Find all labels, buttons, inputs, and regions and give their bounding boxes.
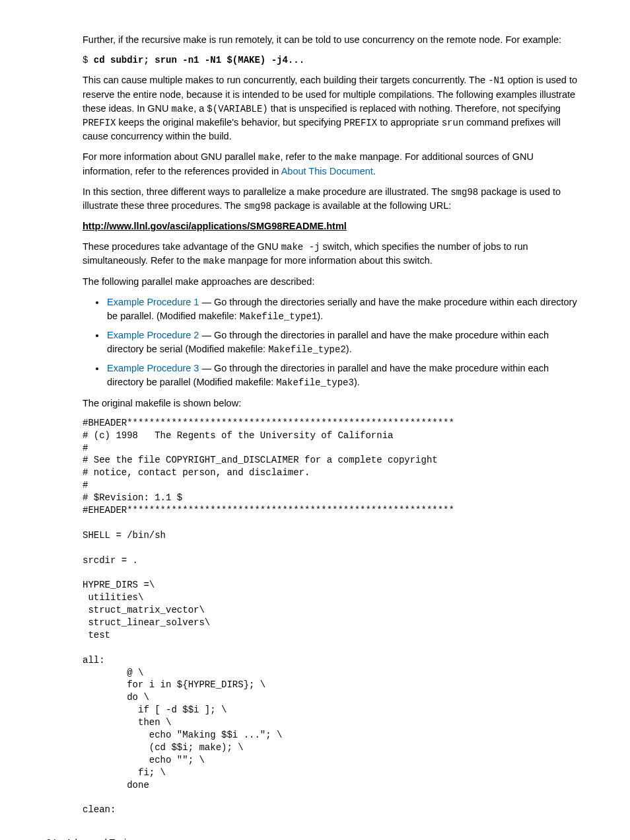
readme-url-link[interactable]: http://www.llnl.gov/asci/applications/SM… bbox=[83, 221, 347, 231]
section-title: Advanced Topics bbox=[66, 837, 136, 840]
command-example: $ cd subdir; srun -n1 -N1 $(MAKE) -j4... bbox=[83, 54, 584, 67]
page-number: 94 bbox=[46, 837, 57, 840]
makefile-code-block: #BHEADER********************************… bbox=[83, 417, 584, 817]
external-url: http://www.llnl.gov/asci/applications/SM… bbox=[83, 219, 584, 233]
paragraph: This can cause multiple makes to run con… bbox=[83, 73, 584, 143]
document-body: Further, if the recursive make is run re… bbox=[83, 33, 584, 816]
paragraph: In this section, three different ways to… bbox=[83, 185, 584, 213]
example-procedure-1-link[interactable]: Example Procedure 1 bbox=[107, 297, 199, 307]
paragraph: Further, if the recursive make is run re… bbox=[83, 33, 584, 47]
list-item: Example Procedure 2 — Go through the dir… bbox=[106, 328, 584, 356]
shell-prompt: $ bbox=[83, 55, 94, 65]
command-text: cd subdir; srun -n1 -N1 $(MAKE) -j4... bbox=[94, 55, 304, 65]
example-procedure-3-link[interactable]: Example Procedure 3 bbox=[107, 363, 199, 373]
paragraph: The following parallel make approaches a… bbox=[83, 275, 584, 289]
procedure-list: Example Procedure 1 — Go through the dir… bbox=[83, 295, 584, 390]
paragraph: For more information about GNU parallel … bbox=[83, 150, 584, 178]
example-procedure-2-link[interactable]: Example Procedure 2 bbox=[107, 330, 199, 340]
list-item: Example Procedure 3 — Go through the dir… bbox=[106, 362, 584, 389]
list-item: Example Procedure 1 — Go through the dir… bbox=[106, 295, 584, 323]
about-document-link[interactable]: About This Document bbox=[281, 166, 373, 176]
page-footer: 94Advanced Topics bbox=[46, 836, 584, 840]
paragraph: The original makefile is shown below: bbox=[83, 397, 584, 410]
paragraph: These procedures take advantage of the G… bbox=[83, 240, 584, 268]
